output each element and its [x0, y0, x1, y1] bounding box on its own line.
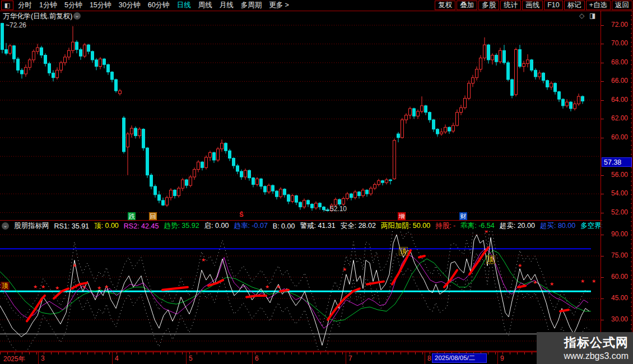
watermark-url: www.zbgs3.com: [537, 351, 629, 361]
tab-周线[interactable]: 周线: [198, 1, 212, 10]
button-画线[interactable]: 画线: [522, 1, 543, 10]
month-divider: [186, 352, 187, 364]
svg-text:★: ★: [533, 279, 537, 285]
tab-1分钟[interactable]: 1分钟: [39, 1, 57, 10]
indicator-chart[interactable]: ★★★★★★★★★★★★★★★★★: [0, 231, 601, 352]
price-axis-tick: [601, 213, 604, 213]
diamond-icon[interactable]: ◇: [579, 12, 584, 20]
button-标记[interactable]: 标记: [564, 1, 585, 10]
price-axis-tick: [601, 175, 604, 176]
tab-15分钟[interactable]: 15分钟: [90, 1, 111, 10]
period-tabs: 分时1分钟5分钟15分钟30分钟60分钟日线周线月线多周期更多 >: [18, 0, 289, 11]
watermark-title: 指标公式网: [537, 334, 629, 351]
price-axis-label: 70.00: [601, 39, 628, 47]
button-统计[interactable]: 统计: [500, 1, 521, 10]
svg-text:★: ★: [592, 278, 596, 284]
price-axis-tick: [601, 119, 604, 119]
indicator-axis-label: 30.00: [601, 315, 628, 323]
toolbar-buttons: 复权叠加多股统计画线F10标记+自选返回: [435, 0, 632, 11]
svg-text:★: ★: [342, 267, 347, 272]
price-axis-tick: [601, 194, 604, 194]
svg-text:★: ★: [265, 284, 269, 290]
layout-icon[interactable]: ◨: [589, 12, 595, 20]
month-divider: [38, 352, 39, 364]
price-axis-label: 54.00: [601, 189, 628, 197]
price-axis-label: 60.00: [601, 133, 628, 141]
month-divider: [425, 352, 425, 364]
indicator-field-顶: 顶: 0.00: [94, 221, 119, 231]
chevron-down-icon[interactable]: ⌄: [73, 12, 81, 20]
tab-日线[interactable]: 日线: [177, 1, 191, 10]
indicator-field-趋率: 趋率: -0.07: [234, 221, 267, 231]
svg-text:★: ★: [33, 284, 38, 290]
stock-title: 万华化学(日线.前复权): [3, 12, 72, 21]
indicator-axis-tick: [601, 256, 604, 256]
price-axis-label: 68.00: [601, 58, 628, 66]
month-label: 7: [348, 354, 352, 362]
indicator-field-B: B: 0.00: [273, 222, 295, 230]
window-split-icon[interactable]: ◧: [1, 1, 13, 10]
indicator-axis-label: 90.00: [601, 230, 628, 238]
indicator-field-警戒: 警戒: 41.31: [300, 221, 335, 231]
indicator-axis-label: 45.00: [601, 294, 628, 302]
watermark: 指标公式网 www.zbgs3.com: [537, 332, 633, 364]
svg-text:★: ★: [97, 285, 101, 291]
button-+自选[interactable]: +自选: [586, 1, 611, 10]
indicator-field-RS1: RS1: 35.91: [54, 222, 90, 230]
tab-月线[interactable]: 月线: [220, 1, 234, 10]
tab-60分钟[interactable]: 60分钟: [148, 1, 170, 10]
candlestick-chart[interactable]: [0, 21, 601, 221]
svg-text:★: ★: [276, 284, 281, 290]
button-复权[interactable]: 复权: [435, 1, 455, 10]
price-axis-label: 72.00: [601, 21, 628, 29]
last-price-badge: 57.38: [602, 157, 632, 167]
tab-多周期[interactable]: 多周期: [241, 1, 262, 10]
button-返回[interactable]: 返回: [612, 1, 632, 10]
price-axis-tick: [601, 25, 604, 26]
svg-text:★: ★: [484, 231, 488, 234]
price-axis: 57.38 72.0070.0068.0066.0064.0062.0060.0…: [601, 11, 632, 352]
button-F10[interactable]: F10: [544, 1, 563, 10]
indicator-field-两阳加阴: 两阳加阴: 50.00: [381, 221, 430, 231]
indicator-field-RS2: RS2: 42.45: [124, 222, 159, 230]
tab-更多 >[interactable]: 更多 >: [269, 1, 289, 10]
svg-text:★: ★: [550, 281, 554, 287]
month-label: 6: [255, 354, 259, 362]
indicator-field-超买: 超买: 80.00: [540, 221, 575, 231]
svg-text:★: ★: [82, 284, 86, 290]
svg-text:★: ★: [41, 284, 45, 290]
button-叠加[interactable]: 叠加: [457, 1, 477, 10]
month-label: 8: [427, 354, 431, 362]
indicator-field-乖离: 乖离: -6.54: [460, 221, 494, 231]
app-root: ◧ 分时1分钟5分钟15分钟30分钟60分钟日线周线月线多周期更多 > 复权叠加…: [0, 0, 633, 364]
selected-date-badge: 2025/08/05/二: [432, 353, 487, 363]
month-divider: [252, 352, 253, 364]
indicator-field-多空界: 多空界: 50.00: [580, 221, 602, 231]
price-axis-label: 66.00: [601, 77, 628, 85]
indicator-axis-label: 60.00: [601, 273, 628, 281]
indicator-header: ⌄ 股朋指标网 RS1: 35.91顶: 0.00RS2: 42.45趋势: 3…: [0, 220, 602, 231]
price-axis-tick: [601, 63, 604, 63]
price-axis-tick: [601, 81, 604, 82]
indicator-name: 股朋指标网: [14, 221, 49, 231]
indicator-field-超卖: 超卖: 20.00: [500, 221, 535, 231]
month-label: 5: [189, 354, 193, 362]
indicator-field-安全: 安全: 28.02: [341, 221, 376, 231]
chevron-down-icon[interactable]: ⌄: [2, 222, 9, 230]
month-label: 4: [115, 354, 119, 362]
year-label: 2025年: [3, 354, 25, 364]
price-axis-tick: [601, 138, 604, 138]
svg-text:★: ★: [518, 263, 522, 268]
indicator-axis-tick: [601, 277, 604, 278]
button-多股[interactable]: 多股: [478, 1, 499, 10]
title-bar: 万华化学(日线.前复权) ⌄ ◇ ◨: [0, 11, 601, 21]
tab-30分钟[interactable]: 30分钟: [119, 1, 141, 10]
indicator-field-持股: 持股: -: [435, 221, 455, 231]
tab-分时[interactable]: 分时: [18, 1, 32, 10]
svg-text:★: ★: [201, 257, 206, 263]
tab-5分钟[interactable]: 5分钟: [64, 1, 82, 10]
axis-ruler: [631, 11, 632, 352]
price-axis-tick: [601, 100, 604, 101]
indicator-axis-tick: [601, 320, 604, 320]
toolbar: ◧ 分时1分钟5分钟15分钟30分钟60分钟日线周线月线多周期更多 > 复权叠加…: [0, 0, 633, 11]
